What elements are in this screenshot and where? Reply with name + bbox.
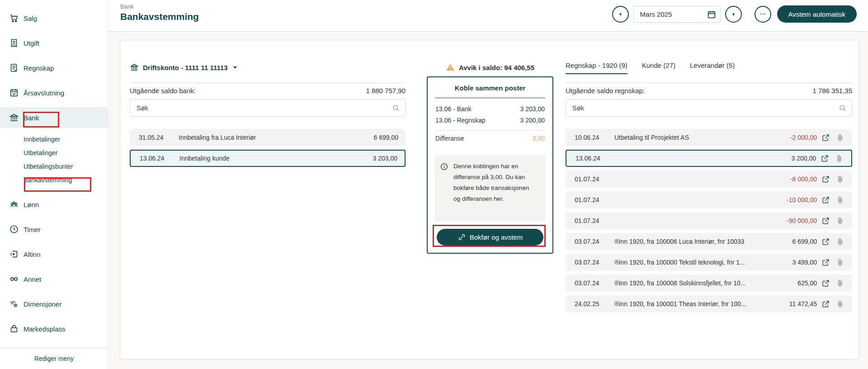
- sidebar-subitem-utbetalinger[interactable]: Utbetalinger: [0, 146, 108, 160]
- paperclip-icon[interactable]: [835, 299, 846, 309]
- info-text: Denne koblingen har en differanse på 3,0…: [453, 161, 530, 222]
- sidebar-subitem-innbetalinger[interactable]: Innbetalinger: [0, 132, 108, 146]
- sidebar-item-label: Salg: [24, 14, 37, 22]
- paperclip-icon[interactable]: [835, 195, 846, 205]
- ledger-search-input[interactable]: [566, 99, 852, 116]
- external-link-icon[interactable]: [820, 299, 831, 309]
- ledger-transaction-row[interactable]: 01.07.24 -8 000,00: [566, 170, 852, 188]
- sidebar-item-dimensjoner[interactable]: Dimensjoner: [0, 293, 108, 314]
- external-link-icon[interactable]: [820, 132, 831, 142]
- period-controls: Avstem automatisk: [612, 5, 857, 23]
- bank-saldo-row: Utgående saldo bank: 1 880 757,90: [130, 87, 406, 95]
- search-icon: [392, 104, 401, 113]
- sidebar-item-markedsplass[interactable]: Markedsplass: [0, 318, 108, 339]
- more-options-button[interactable]: [755, 6, 771, 23]
- ledger-transaction-row-selected[interactable]: 13.06.24 3 200,00: [566, 150, 852, 167]
- divider: [566, 83, 852, 83]
- info-box: Denne koblingen har en differanse på 3,0…: [434, 155, 546, 222]
- next-month-button[interactable]: [725, 6, 742, 23]
- bank-transaction-row[interactable]: 31.05.24 Innbetaling fra Luca Interiør 6…: [130, 129, 406, 146]
- sidebar-item-timer[interactable]: Timer: [0, 219, 108, 240]
- divider: [435, 130, 545, 131]
- ledger-transaction-row[interactable]: 01.07.24 -10 000,00: [566, 191, 852, 208]
- divider: [435, 98, 545, 98]
- altinn-icon: [9, 249, 19, 259]
- paperclip-icon[interactable]: [835, 237, 846, 246]
- bank-transaction-row-selected[interactable]: 13.06.24 Innbetaling kunde 3 203,00: [130, 150, 406, 167]
- avstem-automatisk-button[interactable]: Avstem automatisk: [777, 5, 857, 23]
- match-card: Koble sammen poster 13.06 - Bank 3 203,0…: [427, 76, 553, 254]
- sidebar-item-altinn[interactable]: Altinn: [0, 244, 108, 265]
- ledger-tabs: Regnskap - 1920 (9) Kunde (27) Leverandø…: [566, 62, 735, 74]
- ledger-transaction-row[interactable]: 01.07.24 -90 000,00: [566, 212, 852, 229]
- sidebar-item-label: Bank: [24, 114, 39, 122]
- ledger-transaction-list: 10.06.24 Utbetaling til Prosjektet AS -2…: [566, 129, 852, 316]
- external-link-icon[interactable]: [820, 278, 831, 288]
- sidebar-subitem-bankavstemming[interactable]: Bankavstemming: [0, 173, 108, 187]
- ledger-transaction-row[interactable]: 03.07.24 ®inn 1920, fra 100008 Solskinns…: [566, 274, 852, 292]
- sidebar-item-label: Dimensjoner: [24, 300, 61, 308]
- ledger-search: [566, 99, 852, 117]
- bank-search-input[interactable]: [130, 99, 405, 116]
- bank-icon: [130, 63, 139, 72]
- sidebar-item-bank[interactable]: Bank: [0, 107, 108, 128]
- ledger-transaction-row[interactable]: 10.06.24 Utbetaling til Prosjektet AS -2…: [566, 129, 852, 146]
- edit-menu-link[interactable]: Rediger meny: [0, 348, 108, 369]
- ledger-transaction-row[interactable]: 24.02.25 ®inn 1920, fra 100001 Theas Int…: [566, 295, 852, 312]
- breadcrumb: Bank: [120, 3, 134, 10]
- ledger-saldo-value: 1 786 351,35: [812, 87, 852, 95]
- sidebar-item-regnskap[interactable]: Regnskap: [0, 57, 108, 78]
- match-panel: Avvik i saldo: 94 406,55 Koble sammen po…: [427, 40, 553, 360]
- paperclip-icon[interactable]: [834, 153, 845, 163]
- sidebar-item-label: Altinn: [24, 251, 41, 258]
- ledger-transaction-row[interactable]: 03.07.24 ®inn 1920, fra 100000 Tekstil t…: [566, 254, 852, 271]
- calendar-icon[interactable]: [707, 9, 717, 19]
- paperclip-icon[interactable]: [835, 278, 846, 288]
- paperclip-icon[interactable]: [835, 132, 846, 142]
- tab-kunde[interactable]: Kunde (27): [642, 62, 675, 74]
- paperclip-icon[interactable]: [835, 174, 846, 184]
- previous-month-button[interactable]: [612, 6, 629, 23]
- sidebar-item-lonn[interactable]: Lønn: [0, 194, 108, 215]
- external-link-icon[interactable]: [819, 153, 830, 163]
- chevron-left-icon: [617, 11, 624, 18]
- external-link-icon[interactable]: [820, 174, 831, 184]
- sidebar-item-label: Timer: [24, 226, 41, 233]
- external-link-icon[interactable]: [820, 257, 831, 267]
- sidebar-item-arsavslutning[interactable]: Årsavslutning: [0, 82, 108, 103]
- warning-icon: [446, 63, 455, 72]
- sidebar-subitem-utbetalingsbunter[interactable]: Utbetalingsbunter: [0, 160, 108, 173]
- account-name: Driftskonto - 1111 11 11113: [143, 64, 228, 71]
- period-picker[interactable]: [633, 6, 721, 23]
- period-input[interactable]: [634, 10, 702, 18]
- sidebar-item-annet[interactable]: Annet: [0, 269, 108, 289]
- sidebar: Salg Utgift Regnskap Årsavslutning Bank: [0, 0, 108, 369]
- external-link-icon[interactable]: [820, 237, 831, 246]
- link-icon: [458, 233, 466, 241]
- chevron-down-icon: [232, 64, 238, 71]
- saldo-warning: Avvik i saldo: 94 406,55: [427, 63, 553, 72]
- dimensions-icon: [9, 299, 19, 309]
- bank-panel: Driftskonto - 1111 11 11113 Utgående sal…: [130, 40, 406, 360]
- info-icon: [440, 162, 448, 171]
- ledger-panel: Regnskap - 1920 (9) Kunde (27) Leverandø…: [566, 40, 852, 360]
- paperclip-icon[interactable]: [835, 216, 846, 226]
- tab-regnskap[interactable]: Regnskap - 1920 (9): [566, 62, 627, 74]
- sidebar-item-label: Årsavslutning: [24, 89, 64, 97]
- sidebar-item-label: Lønn: [24, 201, 39, 208]
- external-link-icon[interactable]: [820, 216, 831, 226]
- account-selector[interactable]: Driftskonto - 1111 11 11113: [130, 62, 238, 73]
- sidebar-item-salg[interactable]: Salg: [0, 8, 108, 28]
- sidebar-item-utgift[interactable]: Utgift: [0, 33, 108, 53]
- sidebar-item-label: Markedsplass: [24, 325, 66, 333]
- ledger-transaction-row[interactable]: 03.07.24 ®inn 1920, fra 100006 Luca Inte…: [566, 233, 852, 250]
- clock-icon: [9, 224, 19, 234]
- tab-leverandor[interactable]: Leverandør (5): [690, 62, 735, 74]
- bokfor-og-avstem-button[interactable]: Bokfør og avstem: [437, 229, 543, 246]
- match-card-title: Koble sammen poster: [428, 84, 552, 92]
- calendar-check-icon: [9, 88, 19, 98]
- external-link-icon[interactable]: [820, 195, 831, 205]
- paperclip-icon[interactable]: [835, 257, 846, 267]
- chevron-right-icon: [730, 11, 737, 18]
- content-area: Driftskonto - 1111 11 11113 Utgående sal…: [109, 32, 868, 369]
